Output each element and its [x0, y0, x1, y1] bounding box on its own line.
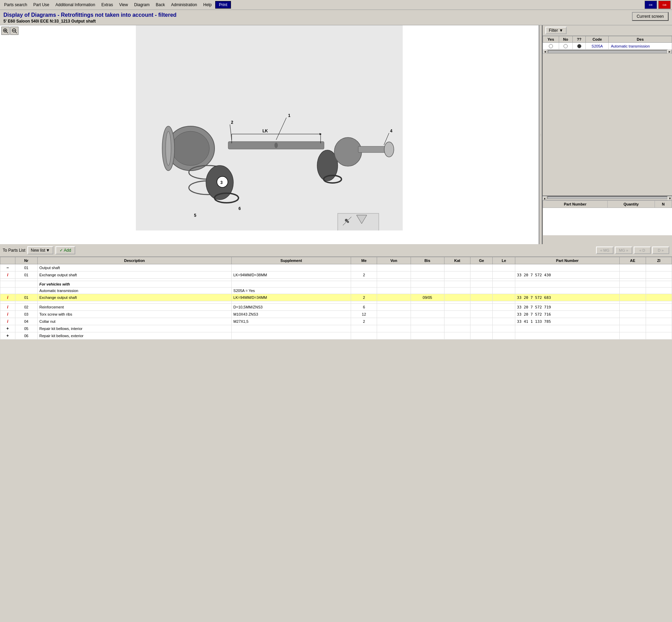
- row-icon: [0, 279, 15, 281]
- cell-zi: [646, 325, 672, 332]
- title-text: Display of Diagrams - Retrofittings not …: [3, 12, 177, 24]
- cell-le: [493, 332, 515, 340]
- row-icon: −: [0, 264, 15, 272]
- flag-gb[interactable]: GB: [658, 1, 671, 9]
- scroll-left[interactable]: ◄: [543, 50, 547, 54]
- menu-help[interactable]: Help: [201, 1, 215, 8]
- menu-diagram[interactable]: Diagram: [131, 1, 152, 8]
- svg-point-22: [384, 142, 394, 157]
- menu-additional-info[interactable]: Additional Information: [53, 1, 98, 8]
- table-row[interactable]: −01Output shaft: [0, 264, 672, 272]
- menu-parts-search[interactable]: Parts search: [1, 1, 30, 8]
- cell-zi: [646, 272, 672, 279]
- minus-icon: −: [7, 265, 9, 270]
- filter-desc: Automatic transmission: [609, 43, 672, 50]
- cell-le: [493, 318, 515, 325]
- cell-desc: Repair kit bellows, interior: [38, 325, 232, 332]
- cell-le: [493, 288, 515, 294]
- filter-no-radio[interactable]: [559, 43, 572, 50]
- zoom-out-button[interactable]: [10, 27, 18, 35]
- col-nr-header: Nr: [15, 257, 37, 264]
- nav-mg-next[interactable]: MG »: [615, 247, 632, 254]
- cell-me: 2: [351, 318, 377, 325]
- cell-kat: [444, 332, 470, 340]
- radio-yes[interactable]: [549, 44, 553, 48]
- col-supp-header: Supplement: [232, 257, 351, 264]
- table-row[interactable]: i03Torx screw with ribsM10X43 ZNS31233 2…: [0, 311, 672, 318]
- menu-print[interactable]: Print: [215, 1, 231, 9]
- cell-me: [351, 288, 377, 294]
- radio-no[interactable]: [564, 44, 568, 48]
- table-row[interactable]: Automatic transmissionS205A = Yes: [0, 288, 672, 294]
- cell-desc: Exchange output shaft: [38, 272, 232, 279]
- table-row[interactable]: [0, 301, 672, 304]
- current-screen-button[interactable]: Current screen: [632, 12, 669, 21]
- svg-rect-7: [136, 25, 403, 230]
- scroll-track[interactable]: [548, 50, 667, 53]
- cell-von: [377, 304, 411, 311]
- nav-d-prev[interactable]: « D: [634, 247, 651, 254]
- col-von-header: Von: [377, 257, 411, 264]
- table-row[interactable]: [0, 279, 672, 281]
- cell-von: [377, 318, 411, 325]
- scroll-right[interactable]: ►: [668, 50, 672, 54]
- zoom-in-button[interactable]: [1, 27, 10, 35]
- menu-back[interactable]: Back: [153, 1, 168, 8]
- cell-ae: [620, 325, 646, 332]
- menu-administration[interactable]: Administration: [168, 1, 200, 8]
- cell-bis: [411, 281, 444, 288]
- flag-de[interactable]: DE: [645, 1, 657, 9]
- table-row[interactable]: +05Repair kit bellows, interior: [0, 325, 672, 332]
- table-row[interactable]: i01Exchange output shaftLK=94MM/D=34MM20…: [0, 294, 672, 301]
- filter-yes-radio[interactable]: [543, 43, 559, 50]
- flag-buttons: DE GB: [645, 1, 671, 9]
- cell-supp: [232, 279, 351, 281]
- nav-d-next[interactable]: D »: [652, 247, 669, 254]
- cell-desc: Reinforcement: [38, 304, 232, 311]
- col-desc-header: Description: [38, 257, 232, 264]
- title-area: Display of Diagrams - Retrofittings not …: [0, 10, 672, 25]
- table-row[interactable]: i01Exchange output shaftLK=94MM/D=38MM23…: [0, 272, 672, 279]
- cell-supp: [232, 301, 351, 304]
- cell-desc: [38, 301, 232, 304]
- filter-hscroll[interactable]: ◄ ►: [543, 50, 672, 54]
- cell-partnum: 33 41 1 133 785: [515, 318, 619, 325]
- filter-qq-radio[interactable]: [572, 43, 586, 50]
- parts-vtrack[interactable]: [547, 196, 667, 199]
- cell-me: [351, 325, 377, 332]
- cell-ge: [470, 325, 493, 332]
- cell-kat: [444, 279, 470, 281]
- nav-mg-prev[interactable]: « MG: [596, 247, 613, 254]
- table-row[interactable]: i02ReinforcementD=10,5MM/ZNS3633 20 7 57…: [0, 304, 672, 311]
- cell-ge: [470, 294, 493, 301]
- svg-point-9: [172, 131, 209, 166]
- cell-ae: [620, 311, 646, 318]
- new-list-button[interactable]: New list ▼: [27, 246, 53, 254]
- table-row[interactable]: +06Repair kit bellows, exterior: [0, 332, 672, 340]
- menu-part-use[interactable]: Part Use: [30, 1, 52, 8]
- cell-desc: Automatic transmission: [38, 288, 232, 294]
- parts-scroll-up[interactable]: ▲: [543, 196, 547, 200]
- radio-qq[interactable]: [577, 44, 581, 48]
- parts-scroll-down[interactable]: ▼: [668, 196, 672, 200]
- info-icon: i: [7, 312, 8, 316]
- menu-extras[interactable]: Extras: [99, 1, 116, 8]
- table-row[interactable]: For vehicles with: [0, 281, 672, 288]
- table-row[interactable]: i04Collar nutM27X1,5233 41 1 133 785: [0, 318, 672, 325]
- filter-button[interactable]: Filter ▼: [545, 27, 567, 34]
- menu-view[interactable]: View: [116, 1, 131, 8]
- cell-bis: [411, 311, 444, 318]
- svg-text:2: 2: [231, 120, 233, 125]
- add-button[interactable]: ✓ Add: [55, 246, 75, 254]
- cell-me: [351, 264, 377, 272]
- parts-vscroll[interactable]: ▲ ▼: [543, 196, 672, 200]
- diagram-svg: 1 2 3 4 5 6: [136, 25, 403, 230]
- cell-desc: [38, 279, 232, 281]
- cell-kat: [444, 325, 470, 332]
- resize-handle[interactable]: ⋮: [539, 25, 542, 244]
- cell-ge: [470, 311, 493, 318]
- filter-table: Yes No ?? Code Des S205A Automatic trans…: [543, 36, 672, 50]
- cell-nr: [15, 279, 37, 281]
- cell-kat: [444, 272, 470, 279]
- cell-von: [377, 272, 411, 279]
